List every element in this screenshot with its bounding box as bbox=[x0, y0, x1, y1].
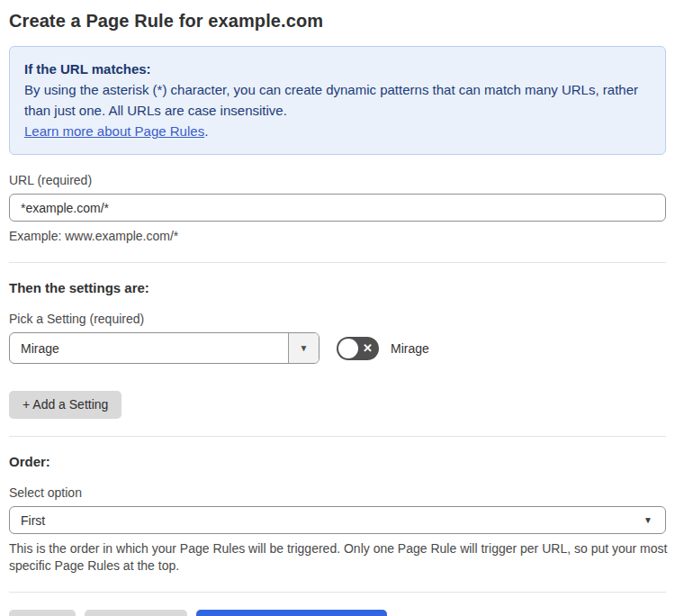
save-as-draft-button[interactable]: Save as Draft bbox=[85, 610, 188, 616]
chevron-down-icon: ▼ bbox=[644, 515, 652, 525]
order-dropdown[interactable]: First ▼ bbox=[9, 506, 666, 534]
add-setting-button[interactable]: + Add a Setting bbox=[9, 391, 122, 419]
page-title: Create a Page Rule for example.com bbox=[9, 11, 666, 32]
toggle-knob bbox=[338, 339, 358, 358]
pick-setting-value: Mirage bbox=[10, 333, 288, 363]
order-dropdown-value: First bbox=[21, 513, 644, 528]
url-field-label: URL (required) bbox=[9, 173, 666, 187]
toggle-off-x-icon: ✕ bbox=[363, 337, 373, 360]
cancel-button[interactable]: Cancel bbox=[9, 610, 76, 616]
url-field-helper: Example: www.example.com/* bbox=[9, 228, 666, 245]
info-box-body: By using the asterisk (*) character, you… bbox=[24, 79, 651, 121]
url-match-info-box: If the URL matches: By using the asteris… bbox=[9, 46, 666, 155]
page-rule-form: Create a Page Rule for example.com If th… bbox=[0, 0, 675, 616]
divider bbox=[9, 592, 666, 593]
toggle-setting-name: Mirage bbox=[391, 341, 429, 356]
order-helper-text: This is the order in which your Page Rul… bbox=[9, 540, 670, 575]
info-box-link-line: Learn more about Page Rules. bbox=[24, 121, 651, 141]
divider bbox=[9, 436, 666, 437]
url-input[interactable] bbox=[9, 194, 666, 222]
setting-row: Mirage ▼ ✕ Mirage bbox=[9, 332, 666, 364]
learn-more-link[interactable]: Learn more about Page Rules bbox=[24, 123, 204, 139]
settings-section-heading: Then the settings are: bbox=[9, 280, 666, 295]
link-period: . bbox=[204, 123, 208, 139]
mirage-toggle[interactable]: ✕ bbox=[337, 337, 379, 360]
pick-setting-dropdown[interactable]: Mirage ▼ bbox=[9, 332, 320, 364]
pick-setting-label: Pick a Setting (required) bbox=[9, 312, 666, 326]
order-select-label: Select option bbox=[9, 485, 666, 500]
divider bbox=[9, 262, 666, 263]
chevron-down-icon: ▼ bbox=[300, 343, 309, 353]
footer-button-row: Cancel Save as Draft Save and Deploy Pag… bbox=[9, 610, 666, 616]
info-box-heading: If the URL matches: bbox=[24, 59, 651, 79]
save-and-deploy-button[interactable]: Save and Deploy Page Rule bbox=[196, 610, 387, 616]
order-section-heading: Order: bbox=[9, 454, 666, 469]
pick-setting-arrow-button[interactable]: ▼ bbox=[288, 333, 319, 363]
